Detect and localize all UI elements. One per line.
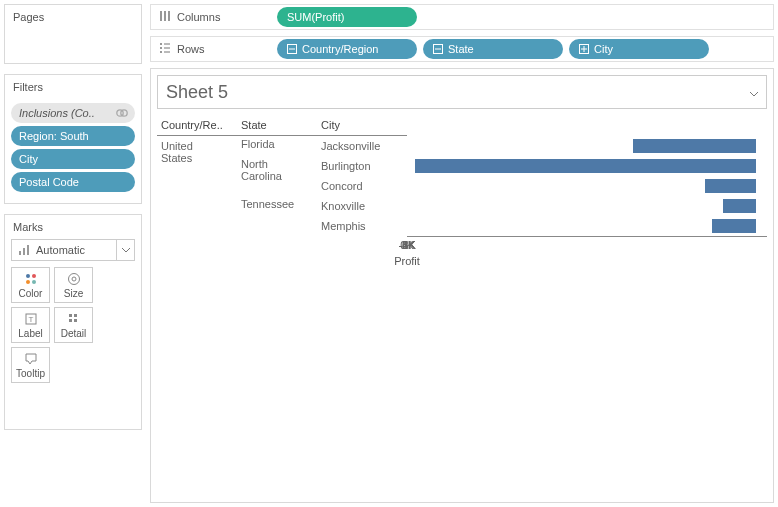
svg-point-18	[160, 47, 162, 49]
svg-point-5	[26, 274, 30, 278]
bar[interactable]	[415, 159, 756, 173]
rows-shelf[interactable]: Rows Country/RegionStateCity	[150, 36, 774, 62]
rows-pill-1[interactable]: State	[423, 39, 563, 59]
svg-point-9	[68, 273, 79, 284]
city-label[interactable]: Burlington	[317, 156, 407, 176]
bar-row	[407, 176, 767, 196]
svg-text:T: T	[28, 315, 33, 324]
state-label[interactable]: Tennessee	[237, 196, 317, 236]
filter-pill-2[interactable]: City	[11, 149, 135, 169]
city-label[interactable]: Knoxville	[317, 196, 407, 216]
label-icon: T	[24, 312, 38, 326]
svg-point-10	[72, 277, 76, 281]
tooltip-icon	[24, 352, 38, 366]
size-icon	[67, 272, 81, 286]
bar-row	[407, 196, 767, 216]
city-label[interactable]: Concord	[317, 176, 407, 196]
svg-point-17	[160, 43, 162, 45]
axis-tick: 0K	[400, 239, 413, 251]
detail-icon	[67, 312, 81, 326]
city-label[interactable]: Jacksonville	[317, 136, 407, 156]
svg-point-19	[160, 51, 162, 53]
header-city[interactable]: City	[317, 117, 407, 136]
chevron-down-icon[interactable]	[116, 240, 134, 260]
city-label[interactable]: Memphis	[317, 216, 407, 236]
plus-box-icon	[579, 44, 589, 54]
sheet-title-bar[interactable]: Sheet 5	[157, 75, 767, 109]
country-label[interactable]: UnitedStates	[157, 136, 237, 237]
svg-rect-13	[69, 314, 72, 317]
rows-pill-2[interactable]: City	[569, 39, 709, 59]
chevron-down-icon[interactable]	[750, 83, 758, 101]
mark-color-button[interactable]: Color	[11, 267, 50, 303]
bar-row	[407, 216, 767, 236]
marks-type-dropdown[interactable]: Automatic	[11, 239, 135, 261]
automatic-icon	[18, 244, 30, 256]
minus-box-icon	[287, 44, 297, 54]
viz-panel: Sheet 5 Country/Re.. State City UnitedSt…	[150, 68, 774, 503]
svg-rect-3	[23, 248, 25, 255]
svg-rect-2	[19, 251, 21, 255]
mark-detail-button[interactable]: Detail	[54, 307, 93, 343]
set-icon	[115, 106, 129, 120]
filter-pill-3[interactable]: Postal Code	[11, 172, 135, 192]
filters-card: Filters Inclusions (Co..Region: SouthCit…	[4, 74, 142, 204]
bar[interactable]	[705, 179, 756, 193]
marks-title: Marks	[5, 215, 141, 239]
rows-pill-0[interactable]: Country/Region	[277, 39, 417, 59]
marks-type-label: Automatic	[36, 244, 85, 256]
svg-point-6	[32, 274, 36, 278]
columns-label: Columns	[177, 11, 220, 23]
sheet-title: Sheet 5	[166, 82, 228, 103]
bar[interactable]	[723, 199, 756, 213]
bar-row	[407, 156, 767, 176]
filter-pill-1[interactable]: Region: South	[11, 126, 135, 146]
bar[interactable]	[633, 139, 757, 153]
filters-title: Filters	[5, 75, 141, 99]
header-country[interactable]: Country/Re..	[157, 117, 237, 136]
pages-card: Pages	[4, 4, 142, 64]
svg-rect-15	[69, 319, 72, 322]
state-label[interactable]: NorthCarolina	[237, 156, 317, 196]
rows-icon	[159, 42, 171, 56]
header-state[interactable]: State	[237, 117, 317, 136]
mark-tooltip-button[interactable]: Tooltip	[11, 347, 50, 383]
svg-point-8	[32, 280, 36, 284]
svg-rect-16	[74, 319, 77, 322]
mark-label-button[interactable]: TLabel	[11, 307, 50, 343]
axis-label: Profit	[394, 255, 420, 267]
svg-point-7	[26, 280, 30, 284]
bar[interactable]	[712, 219, 757, 233]
columns-shelf[interactable]: Columns SUM(Profit)	[150, 4, 774, 30]
mark-size-button[interactable]: Size	[54, 267, 93, 303]
state-label[interactable]: Florida	[237, 136, 317, 156]
svg-rect-14	[74, 314, 77, 317]
marks-card: Marks Automatic ColorSizeTLabelDetailToo…	[4, 214, 142, 430]
filter-pill-0[interactable]: Inclusions (Co..	[11, 103, 135, 123]
columns-icon	[159, 10, 171, 24]
svg-point-1	[121, 110, 127, 116]
bar-row	[407, 136, 767, 156]
minus-box-icon	[433, 44, 443, 54]
pages-title: Pages	[5, 5, 141, 29]
rows-label: Rows	[177, 43, 205, 55]
color-icon	[24, 272, 38, 286]
columns-pill-0[interactable]: SUM(Profit)	[277, 7, 417, 27]
svg-rect-4	[27, 245, 29, 255]
